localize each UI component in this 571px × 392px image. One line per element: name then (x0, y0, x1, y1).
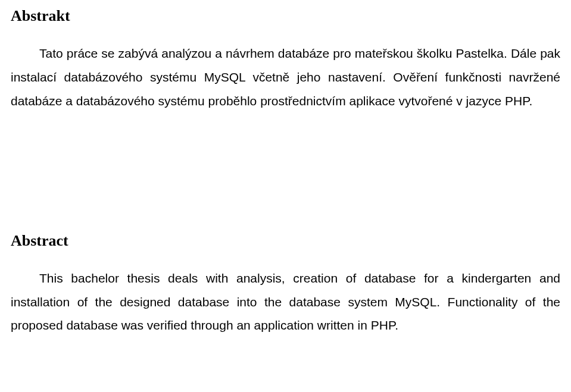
abstract-paragraph: This bachelor thesis deals with analysis… (11, 266, 560, 338)
document-page: Abstrakt Tato práce se zabývá analýzou a… (0, 0, 571, 392)
abstrakt-paragraph: Tato práce se zabývá analýzou a návrhem … (11, 42, 560, 113)
abstrakt-heading: Abstrakt (11, 7, 560, 25)
abstract-heading: Abstract (11, 232, 560, 250)
section-spacer (11, 113, 560, 232)
